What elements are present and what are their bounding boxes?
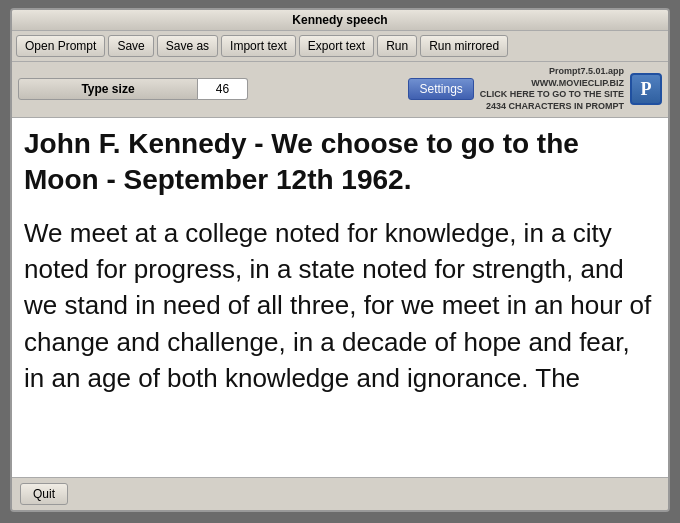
- website: WWW.MOVIECLIP.BIZ: [480, 78, 624, 90]
- quit-button[interactable]: Quit: [20, 483, 68, 505]
- bottom-bar: Quit: [12, 478, 668, 510]
- run-mirrored-button[interactable]: Run mirrored: [420, 35, 508, 57]
- content-body: We meet at a college noted for knowledge…: [24, 218, 651, 394]
- info-area: Prompt7.5.01.app WWW.MOVIECLIP.BIZ CLICK…: [480, 66, 624, 113]
- type-size-input[interactable]: [198, 78, 248, 100]
- run-button[interactable]: Run: [377, 35, 417, 57]
- main-window: Kennedy speech Open Prompt Save Save as …: [10, 8, 670, 512]
- click-text: CLICK HERE TO GO TO THE SITE: [480, 89, 624, 101]
- app-version: Prompt7.5.01.app: [480, 66, 624, 78]
- char-count: 2434 CHARACTERS IN PROMPT: [480, 101, 624, 113]
- toolbar: Open Prompt Save Save as Import text Exp…: [12, 31, 668, 62]
- second-toolbar: Type size Settings Prompt7.5.01.app WWW.…: [12, 62, 668, 118]
- content-area: John F. Kennedy - We choose to go to the…: [12, 118, 668, 478]
- window-title: Kennedy speech: [292, 13, 387, 27]
- content-text: John F. Kennedy - We choose to go to the…: [24, 126, 656, 397]
- prompt-icon[interactable]: P: [630, 73, 662, 105]
- type-size-container: Type size: [18, 78, 402, 100]
- content-title: John F. Kennedy - We choose to go to the…: [24, 126, 656, 199]
- prompt-icon-letter: P: [641, 79, 652, 100]
- title-bar: Kennedy speech: [12, 10, 668, 31]
- import-text-button[interactable]: Import text: [221, 35, 296, 57]
- export-text-button[interactable]: Export text: [299, 35, 374, 57]
- open-prompt-button[interactable]: Open Prompt: [16, 35, 105, 57]
- save-button[interactable]: Save: [108, 35, 153, 57]
- type-size-label: Type size: [18, 78, 198, 100]
- save-as-button[interactable]: Save as: [157, 35, 218, 57]
- settings-button[interactable]: Settings: [408, 78, 473, 100]
